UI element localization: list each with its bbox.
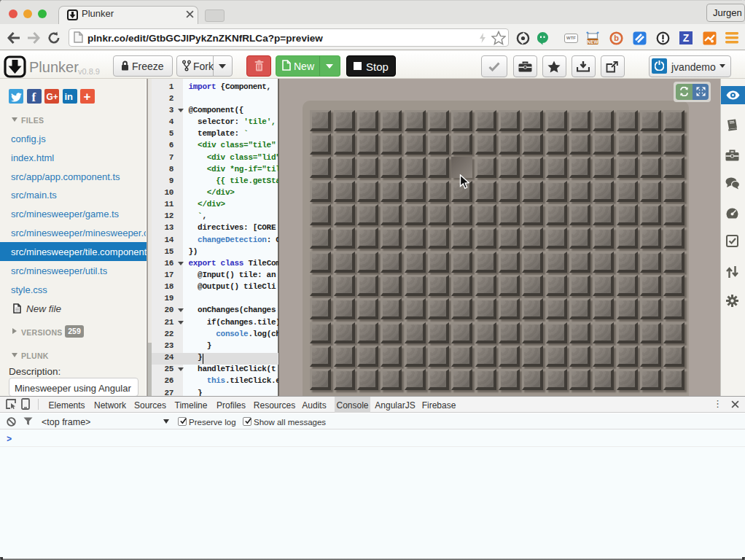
svg-text:b: b (614, 34, 619, 42)
svg-text:NEW: NEW (588, 39, 599, 44)
